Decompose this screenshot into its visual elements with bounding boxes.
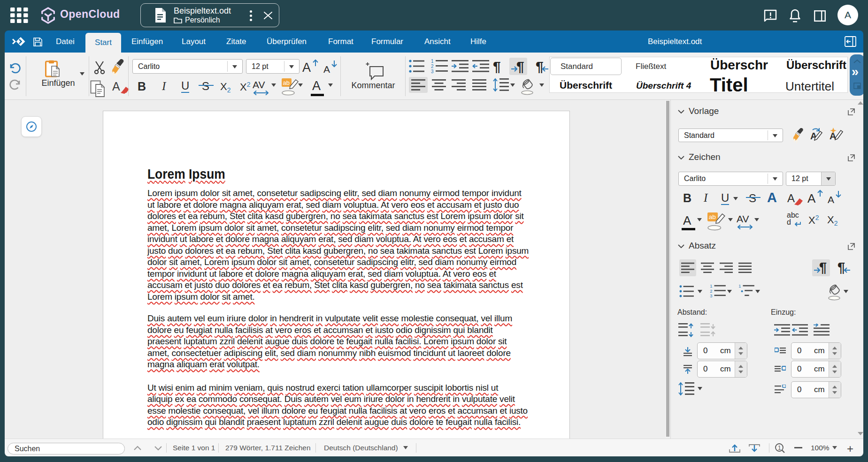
- svg-text:1: 1: [778, 445, 781, 451]
- svg-text:3: 3: [710, 294, 712, 298]
- svg-text:1: 1: [710, 284, 712, 288]
- svg-text:1: 1: [738, 284, 741, 288]
- svg-text:3: 3: [431, 69, 434, 74]
- svg-text:ab: ab: [283, 79, 290, 86]
- svg-text:ab: ab: [709, 213, 716, 220]
- svg-text:2: 2: [431, 64, 434, 69]
- svg-text:1: 1: [431, 59, 434, 64]
- svg-text:2: 2: [710, 289, 712, 294]
